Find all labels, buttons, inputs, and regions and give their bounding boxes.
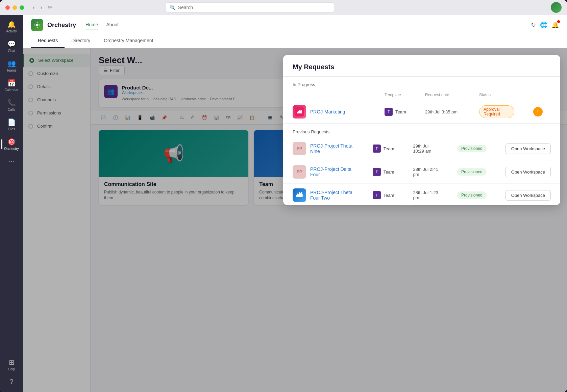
sidebar-item-more[interactable]: ···	[1, 155, 22, 168]
prev-name-cell-2: 🏙 PROJ-Project Theta Four Two	[283, 184, 363, 205]
teams-icon-marketing: T	[385, 108, 393, 116]
status-badge-marketing: Approval Required	[479, 105, 514, 118]
calendar-icon: 📅	[7, 79, 16, 87]
sidebar-item-chat[interactable]: 💬 Chat	[1, 37, 22, 55]
prev-row-theta-four-two: 🏙 PROJ-Project Theta Four Two T Team	[283, 184, 560, 205]
request-name-marketing[interactable]: PROJ-Marketing	[310, 109, 345, 114]
minimize-button[interactable]	[13, 5, 17, 10]
modal-header: My Requests	[283, 55, 560, 77]
prev-template-2: T Team	[363, 184, 404, 205]
sidebar-item-calls[interactable]: 📞 Calls	[1, 96, 22, 114]
activity-icon: 🔔	[7, 20, 16, 28]
prev-name-1[interactable]: PROJ-Project Delta Four	[310, 166, 354, 177]
previous-requests-table: PP PROJ-Project Theta Nine T Team	[283, 137, 560, 205]
prev-template-0: T Team	[363, 137, 404, 160]
prev-action-0: Open Workspace	[496, 137, 560, 160]
maximize-button[interactable]	[20, 5, 24, 10]
chat-icon: 💬	[7, 40, 16, 48]
prev-status-2: Provisioned	[448, 184, 496, 205]
prev-row-theta-nine: PP PROJ-Project Theta Nine T Team	[283, 137, 560, 160]
compose-button[interactable]: ✏	[46, 3, 55, 12]
prev-status-0: Provisioned	[448, 137, 496, 160]
nav-buttons: ‹ › ✏	[31, 3, 55, 12]
previous-requests-header: Previous Requests	[283, 124, 560, 137]
prev-date-0: 29th Jul 10:29 am	[404, 137, 448, 160]
in-progress-row-0: 🏙 PROJ-Marketing	[283, 100, 560, 124]
globe-icon[interactable]: 🌐	[540, 21, 547, 29]
avatar[interactable]	[551, 2, 562, 13]
teams-icon-1: T	[373, 168, 381, 176]
teams-icon-2: T	[373, 191, 381, 199]
table-header: Template Request date Status	[283, 90, 560, 100]
prev-avatar-0: PP	[293, 142, 306, 155]
sidebar: 🔔 Activity 💬 Chat 👥 Teams 📅 Calendar 📞 C…	[0, 15, 23, 392]
top-nav: Orchestry Home About ↻ 🌐 🔔	[23, 15, 567, 48]
sidebar-item-help[interactable]: ?	[1, 375, 22, 389]
refresh-icon[interactable]: ↻	[531, 21, 536, 29]
modal-overlay[interactable]: My Requests In Progress Template	[23, 48, 567, 392]
svg-point-0	[36, 24, 38, 26]
sidebar-item-apps[interactable]: ⊞ Help	[1, 356, 22, 374]
tab-requests[interactable]: Requests	[31, 34, 65, 48]
warning-icon-marketing: !	[533, 107, 543, 116]
date-cell-marketing: 29th Jul 3:35 pm	[416, 100, 470, 124]
help-icon: ?	[9, 378, 13, 386]
teams-icon-0: T	[373, 145, 381, 153]
forward-button[interactable]: ›	[38, 3, 44, 12]
prev-template-1: T Team	[363, 160, 404, 184]
prev-date-2: 28th Jul 1:23 pm	[404, 184, 448, 205]
action-cell-marketing: !	[524, 100, 560, 124]
prev-action-1: Open Workspace	[496, 160, 560, 184]
title-bar: ‹ › ✏ 🔍	[0, 0, 567, 15]
sidebar-item-activity[interactable]: 🔔 Activity	[1, 18, 22, 36]
col-status: Status	[470, 90, 524, 100]
top-nav-links: Home About	[85, 21, 119, 29]
apps-icon: ⊞	[9, 358, 15, 366]
open-workspace-btn-2[interactable]: Open Workspace	[506, 190, 551, 201]
sidebar-item-orchestry[interactable]: 🎯 Orchestry	[1, 135, 22, 153]
teams-sidebar-icon: 👥	[7, 59, 16, 68]
app-logo	[31, 19, 43, 31]
col-action	[524, 90, 560, 100]
request-avatar-marketing: 🏙	[293, 105, 306, 119]
modal-body: In Progress Template Request date Status	[283, 77, 560, 205]
in-progress-table: Template Request date Status	[283, 90, 560, 124]
search-bar[interactable]: 🔍	[165, 2, 334, 12]
status-badge-1: Provisioned	[457, 168, 487, 176]
nav-link-home[interactable]: Home	[85, 21, 98, 29]
in-progress-header: In Progress	[283, 77, 560, 90]
tab-directory[interactable]: Directory	[65, 34, 97, 48]
prev-name-cell-0: PP PROJ-Project Theta Nine	[283, 137, 363, 160]
close-button[interactable]	[5, 5, 10, 10]
orchestry-icon: 🎯	[7, 138, 16, 146]
prev-action-2: Open Workspace	[496, 184, 560, 205]
back-button[interactable]: ‹	[31, 3, 37, 12]
app-layout: 🔔 Activity 💬 Chat 👥 Teams 📅 Calendar 📞 C…	[0, 15, 567, 392]
content-area: Select Workspace Customize Details Chann…	[23, 48, 567, 392]
open-workspace-btn-1[interactable]: Open Workspace	[506, 167, 551, 177]
sidebar-item-files[interactable]: 📄 Files	[1, 115, 22, 134]
sidebar-item-teams[interactable]: 👥 Teams	[1, 57, 22, 75]
status-cell-marketing: Approval Required	[470, 100, 524, 124]
traffic-lights	[5, 5, 24, 10]
prev-row-delta-four: PP PROJ-Project Delta Four T Team	[283, 160, 560, 184]
open-workspace-btn-0[interactable]: Open Workspace	[506, 143, 551, 154]
calls-icon: 📞	[7, 99, 16, 107]
top-nav-right: ↻ 🌐 🔔	[531, 21, 559, 29]
status-badge-2: Provisioned	[457, 191, 487, 199]
nav-link-about[interactable]: About	[106, 21, 119, 29]
prev-status-1: Provisioned	[448, 160, 496, 184]
search-input[interactable]	[178, 5, 330, 10]
template-cell-marketing: T Team	[375, 100, 416, 124]
status-badge-0: Provisioned	[457, 145, 487, 152]
prev-name-0[interactable]: PROJ-Project Theta Nine	[310, 143, 354, 154]
sidebar-item-calendar[interactable]: 📅 Calendar	[1, 76, 22, 95]
window: ‹ › ✏ 🔍 🔔 Activity 💬 Chat 👥 Teams	[0, 0, 567, 392]
col-template: Template	[375, 90, 416, 100]
prev-name-2[interactable]: PROJ-Project Theta Four Two	[310, 190, 354, 201]
main-content: Orchestry Home About ↻ 🌐 🔔	[23, 15, 567, 392]
request-name-cell: 🏙 PROJ-Marketing	[283, 100, 375, 124]
search-icon: 🔍	[170, 5, 175, 10]
prev-avatar-2: 🏙	[293, 188, 306, 202]
tab-orchestry-management[interactable]: Orchestry Management	[97, 34, 160, 48]
